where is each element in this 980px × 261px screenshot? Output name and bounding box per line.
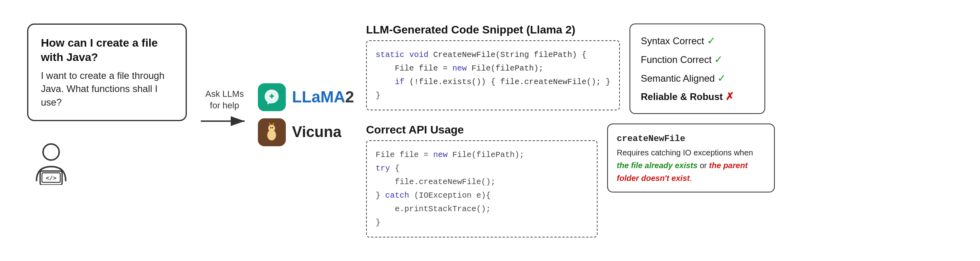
code-b-line-1: File file = new File(filePath); xyxy=(376,148,588,162)
question-box: How can I create a file with Java? I wan… xyxy=(27,24,187,122)
bottom-section: Correct API Usage File file = new File(f… xyxy=(366,124,953,237)
assessment-function: Function Correct ✓ xyxy=(641,50,754,69)
check-icon-3: ✓ xyxy=(717,72,726,84)
method-name: createNewFile xyxy=(617,131,765,146)
question-sub: I want to create a file through Java. Wh… xyxy=(41,69,173,109)
assessment-semantic: Semantic Aligned ✓ xyxy=(641,69,754,88)
bottom-code-box: File file = new File(filePath); try { fi… xyxy=(366,140,598,237)
svg-point-11 xyxy=(270,127,271,128)
code-b-line-4: } catch (IOException e){ xyxy=(376,189,588,202)
top-section-title: LLM-Generated Code Snippet (Llama 2) xyxy=(366,24,620,36)
arrow-icon xyxy=(199,113,251,129)
code-line-2: File file = new File(filePath); xyxy=(376,62,610,75)
code-b-line-6: } xyxy=(376,216,588,230)
right-panel: LLM-Generated Code Snippet (Llama 2) sta… xyxy=(366,24,953,237)
svg-point-8 xyxy=(268,125,275,132)
cross-icon: ✗ xyxy=(725,90,734,102)
bottom-desc: Requires catching IO exceptions when the… xyxy=(617,146,765,184)
arrow-label: Ask LLMsfor help xyxy=(205,88,244,111)
svg-text:</>: </> xyxy=(46,176,56,182)
user-icon-section: </> xyxy=(27,141,75,186)
llm-row-gpt: ✦ LLaMA2 xyxy=(258,83,354,111)
top-section: LLM-Generated Code Snippet (Llama 2) sta… xyxy=(366,24,953,114)
code-b-line-3: file.createNewFile(); xyxy=(376,175,588,189)
llm-logos: ✦ LLaMA2 xyxy=(258,83,354,146)
code-line-4: } xyxy=(376,89,610,102)
user-icon: </> xyxy=(29,141,73,186)
svg-point-0 xyxy=(43,144,59,160)
code-b-line-5: e.printStackTrace(); xyxy=(376,202,588,216)
code-line-1: static void CreateNewFile(String filePat… xyxy=(376,48,610,62)
assessment-syntax: Syntax Correct ✓ xyxy=(641,31,754,50)
svg-line-10 xyxy=(273,123,274,126)
vicuna-logo xyxy=(258,118,286,146)
bottom-section-title: Correct API Usage xyxy=(366,124,598,136)
llm-row-vicuna: Vicuna xyxy=(258,118,354,146)
llama-name: LLaMA2 xyxy=(292,88,354,106)
top-code-box: static void CreateNewFile(String filePat… xyxy=(366,40,620,110)
svg-point-12 xyxy=(272,127,273,128)
check-icon: ✓ xyxy=(707,35,716,47)
main-container: How can I create a file with Java? I wan… xyxy=(11,12,969,249)
code-line-3: if (!file.exists()) { file.createNewFile… xyxy=(376,75,610,89)
vicuna-name: Vicuna xyxy=(292,124,342,141)
code-b-line-2: try { xyxy=(376,162,588,175)
question-bold: How can I create a file with Java? xyxy=(41,36,173,65)
phrase-green-1: the file already exists xyxy=(617,161,697,170)
svg-text:✦: ✦ xyxy=(268,92,275,101)
top-assessment-box: Syntax Correct ✓ Function Correct ✓ Sema… xyxy=(630,24,765,114)
bottom-assessment-box: createNewFile Requires catching IO excep… xyxy=(607,124,775,192)
svg-line-9 xyxy=(269,123,270,126)
gpt-logo: ✦ xyxy=(258,83,286,111)
assessment-reliable: Reliable & Robust ✗ xyxy=(641,87,754,106)
check-icon-2: ✓ xyxy=(714,53,723,65)
